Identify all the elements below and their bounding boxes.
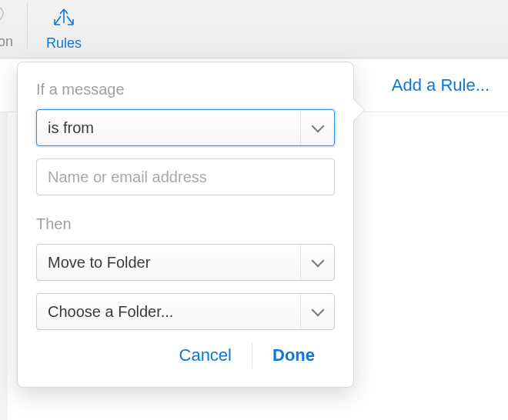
condition-select-value: is from <box>48 119 94 137</box>
chevron-down-icon <box>300 294 334 329</box>
toolbar-separator <box>27 3 28 49</box>
folder-select[interactable]: Choose a Folder... <box>36 293 335 330</box>
cancel-button[interactable]: Cancel <box>159 338 252 373</box>
popover-callout-arrow <box>353 99 364 121</box>
then-label: Then <box>36 215 335 233</box>
folder-select-value: Choose a Folder... <box>48 303 173 321</box>
done-button[interactable]: Done <box>252 338 335 373</box>
chevron-down-icon <box>300 245 334 280</box>
chevron-down-icon <box>300 110 334 145</box>
action-select-value: Move to Folder <box>48 254 150 272</box>
partial-icon <box>0 6 14 27</box>
popover-footer: Cancel Done <box>36 338 335 373</box>
toolbar-item-rules[interactable]: Rules <box>46 0 82 52</box>
add-rule-link[interactable]: Add a Rule... <box>392 75 490 95</box>
content-area: Add a Rule... If a message is from Then … <box>0 58 508 420</box>
toolbar-item-label: Rules <box>46 35 82 52</box>
rules-icon <box>47 5 81 31</box>
toolbar: tion Rules <box>0 0 508 58</box>
action-select[interactable]: Move to Folder <box>36 244 335 281</box>
rule-popover: If a message is from Then Move to Folder… <box>17 62 354 388</box>
address-input[interactable] <box>36 158 335 195</box>
if-label: If a message <box>36 81 335 98</box>
background-strip <box>0 112 8 420</box>
toolbar-item-previous-fragment: tion <box>0 0 13 52</box>
condition-select[interactable]: is from <box>36 109 335 146</box>
